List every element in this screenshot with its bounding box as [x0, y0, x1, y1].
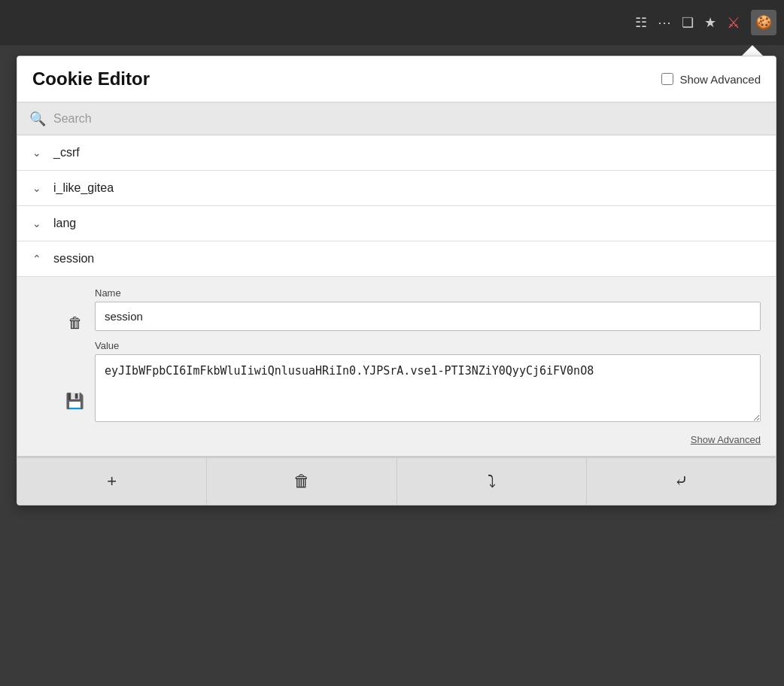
popup-wrapper: Cookie Editor Show Advanced 🔍 ⌄ _csrf ⌄ …	[17, 45, 776, 505]
show-advanced-label: Show Advanced	[679, 73, 761, 86]
session-detail: 🗑 💾 Name Value eyJIbWFpbCI6ImFkbWluIiwiQ…	[17, 277, 776, 456]
cookie-name-csrf: _csrf	[53, 146, 80, 159]
import-icon: ⤵	[488, 472, 496, 491]
name-input[interactable]	[95, 302, 761, 331]
cookie-list: ⌄ _csrf ⌄ i_like_gitea ⌄ lang ⌃ session	[17, 135, 776, 457]
browser-bar: ☷ ⋯ ❏ ★ ⚔ 🍪	[0, 0, 784, 45]
chevron-down-icon: ⌄	[32, 147, 41, 159]
chevron-down-icon: ⌄	[32, 182, 41, 194]
search-input[interactable]	[53, 112, 764, 126]
cookie-row-csrf[interactable]: ⌄ _csrf	[17, 135, 776, 171]
action-column: 🗑 💾	[62, 287, 87, 413]
add-cookie-button[interactable]: +	[17, 458, 207, 505]
value-field-group: Value eyJIbWFpbCI6ImFkbWluIiwiQnlusuaHRi…	[95, 340, 761, 425]
show-advanced-header[interactable]: Show Advanced	[661, 73, 761, 86]
show-advanced-link[interactable]: Show Advanced	[95, 434, 761, 445]
save-cookie-button[interactable]: 💾	[62, 389, 87, 413]
trash-icon: 🗑	[293, 472, 310, 491]
firefox-extension-icon[interactable]: ⚔	[727, 14, 740, 32]
session-expanded-section: ⌃ session 🗑 💾 Name	[17, 241, 776, 457]
import-button[interactable]: ⤵	[397, 458, 587, 505]
popup-arrow	[742, 45, 763, 56]
popup-header: Cookie Editor Show Advanced	[17, 56, 776, 103]
session-actions: 🗑 💾 Name Value eyJIbWFpbCI6ImFkbWluIiwiQ…	[62, 287, 761, 445]
cookie-row-i-like-gitea[interactable]: ⌄ i_like_gitea	[17, 171, 776, 206]
search-bar: 🔍	[17, 103, 776, 135]
cookie-name-lang: lang	[53, 217, 76, 230]
cookie-editor-popup: Cookie Editor Show Advanced 🔍 ⌄ _csrf ⌄ …	[17, 56, 776, 505]
search-icon: 🔍	[29, 111, 46, 127]
add-icon: +	[107, 472, 117, 491]
show-advanced-checkbox[interactable]	[661, 73, 673, 85]
value-label: Value	[95, 340, 761, 351]
cookie-row-lang[interactable]: ⌄ lang	[17, 206, 776, 241]
bookmark-icon[interactable]: ★	[704, 14, 716, 31]
cookie-name-i-like-gitea: i_like_gitea	[53, 181, 114, 195]
pocket-icon[interactable]: ❏	[682, 14, 694, 31]
reader-icon[interactable]: ☷	[635, 14, 647, 31]
delete-cookie-button[interactable]: 🗑	[65, 311, 86, 335]
fields-column: Name Value eyJIbWFpbCI6ImFkbWluIiwiQnlus…	[95, 287, 761, 445]
value-textarea[interactable]: eyJIbWFpbCI6ImFkbWluIiwiQnlusuaHRiIn0.YJ…	[95, 354, 761, 422]
cookie-row-session[interactable]: ⌃ session	[17, 241, 776, 277]
name-label: Name	[95, 287, 761, 299]
chevron-up-icon: ⌃	[32, 253, 41, 265]
export-button[interactable]: ⤶	[587, 458, 776, 505]
bottom-toolbar: + 🗑 ⤵ ⤶	[17, 457, 776, 505]
chevron-down-icon: ⌄	[32, 217, 41, 229]
cookie-extension-icon[interactable]: 🍪	[751, 10, 776, 35]
more-icon[interactable]: ⋯	[658, 14, 671, 31]
delete-all-button[interactable]: 🗑	[207, 458, 397, 505]
name-field-group: Name	[95, 287, 761, 331]
export-icon: ⤶	[674, 472, 688, 491]
popup-title: Cookie Editor	[32, 68, 150, 90]
cookie-name-session: session	[53, 252, 94, 266]
